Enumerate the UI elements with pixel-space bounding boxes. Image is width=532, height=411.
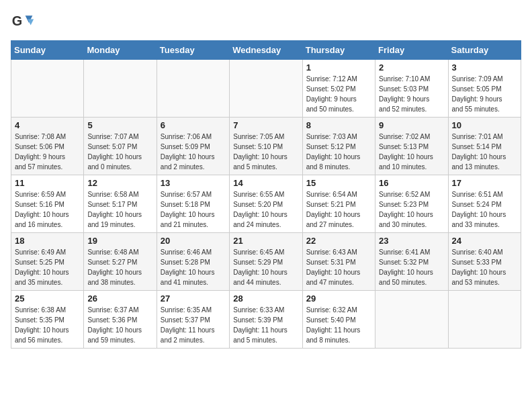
logo-icon: G [11,11,35,35]
calendar-cell: 27Sunrise: 6:35 AM Sunset: 5:37 PM Dayli… [157,291,229,349]
day-info: Sunrise: 7:07 AM Sunset: 5:07 PM Dayligh… [87,132,152,172]
day-number: 12 [87,178,152,188]
day-number: 14 [233,178,298,188]
day-info: Sunrise: 7:01 AM Sunset: 5:14 PM Dayligh… [452,132,517,172]
calendar-week-3: 11Sunrise: 6:59 AM Sunset: 5:16 PM Dayli… [11,175,521,233]
day-number: 21 [233,236,298,246]
day-number: 16 [379,178,444,188]
calendar-cell [157,60,229,118]
calendar-cell: 23Sunrise: 6:41 AM Sunset: 5:32 PM Dayli… [375,233,448,291]
calendar-week-1: 1Sunrise: 7:12 AM Sunset: 5:02 PM Daylig… [11,60,521,118]
day-info: Sunrise: 7:09 AM Sunset: 5:05 PM Dayligh… [452,74,517,114]
day-number: 17 [452,178,517,188]
day-header-friday: Friday [375,41,448,60]
day-info: Sunrise: 7:08 AM Sunset: 5:06 PM Dayligh… [15,132,80,172]
day-number: 7 [233,120,298,130]
day-info: Sunrise: 7:06 AM Sunset: 5:09 PM Dayligh… [161,132,226,172]
day-info: Sunrise: 7:05 AM Sunset: 5:10 PM Dayligh… [233,132,298,172]
day-info: Sunrise: 6:52 AM Sunset: 5:23 PM Dayligh… [379,189,444,230]
day-header-monday: Monday [84,41,157,60]
day-number: 24 [452,236,517,246]
calendar-cell: 4Sunrise: 7:08 AM Sunset: 5:06 PM Daylig… [11,118,84,175]
day-header-thursday: Thursday [302,41,375,60]
calendar-week-2: 4Sunrise: 7:08 AM Sunset: 5:06 PM Daylig… [11,118,521,175]
day-number: 11 [15,178,80,188]
day-number: 19 [87,236,152,246]
calendar-cell [11,60,84,118]
day-number: 2 [379,62,444,73]
calendar-cell: 5Sunrise: 7:07 AM Sunset: 5:07 PM Daylig… [84,118,157,175]
day-info: Sunrise: 6:48 AM Sunset: 5:27 PM Dayligh… [87,247,152,287]
day-number: 27 [161,293,226,304]
calendar-cell: 1Sunrise: 7:12 AM Sunset: 5:02 PM Daylig… [302,60,375,118]
page-header: G [11,11,521,35]
day-number: 4 [15,120,80,130]
calendar-cell: 7Sunrise: 7:05 AM Sunset: 5:10 PM Daylig… [230,118,302,175]
day-info: Sunrise: 6:33 AM Sunset: 5:39 PM Dayligh… [233,305,298,345]
day-header-tuesday: Tuesday [157,41,229,60]
calendar-cell: 15Sunrise: 6:54 AM Sunset: 5:21 PM Dayli… [302,175,375,233]
day-number: 13 [161,178,226,188]
day-info: Sunrise: 6:49 AM Sunset: 5:25 PM Dayligh… [15,247,80,287]
calendar-cell [230,60,302,118]
day-number: 5 [87,120,152,130]
calendar-cell: 24Sunrise: 6:40 AM Sunset: 5:33 PM Dayli… [448,233,521,291]
day-number: 25 [15,293,80,304]
calendar-cell: 10Sunrise: 7:01 AM Sunset: 5:14 PM Dayli… [448,118,521,175]
svg-text:G: G [12,13,22,28]
calendar-cell: 25Sunrise: 6:38 AM Sunset: 5:35 PM Dayli… [11,291,84,349]
day-number: 3 [452,62,517,73]
calendar-cell: 3Sunrise: 7:09 AM Sunset: 5:05 PM Daylig… [448,60,521,118]
day-info: Sunrise: 6:57 AM Sunset: 5:18 PM Dayligh… [161,189,226,230]
calendar-header-row: SundayMondayTuesdayWednesdayThursdayFrid… [11,41,521,60]
day-info: Sunrise: 7:03 AM Sunset: 5:12 PM Dayligh… [306,132,371,172]
calendar-cell [448,291,521,349]
day-number: 23 [379,236,444,246]
day-info: Sunrise: 6:54 AM Sunset: 5:21 PM Dayligh… [306,189,371,230]
day-number: 20 [161,236,226,246]
day-number: 6 [161,120,226,130]
day-header-sunday: Sunday [11,41,84,60]
day-number: 15 [306,178,371,188]
calendar-cell: 11Sunrise: 6:59 AM Sunset: 5:16 PM Dayli… [11,175,84,233]
calendar-cell: 28Sunrise: 6:33 AM Sunset: 5:39 PM Dayli… [230,291,302,349]
calendar-cell: 20Sunrise: 6:46 AM Sunset: 5:28 PM Dayli… [157,233,229,291]
day-info: Sunrise: 6:51 AM Sunset: 5:24 PM Dayligh… [452,189,517,230]
day-info: Sunrise: 6:58 AM Sunset: 5:17 PM Dayligh… [87,189,152,230]
calendar-cell: 21Sunrise: 6:45 AM Sunset: 5:29 PM Dayli… [230,233,302,291]
day-info: Sunrise: 6:40 AM Sunset: 5:33 PM Dayligh… [452,247,517,287]
day-info: Sunrise: 6:41 AM Sunset: 5:32 PM Dayligh… [379,247,444,287]
day-number: 26 [87,293,152,304]
calendar-cell [84,60,157,118]
calendar-table: SundayMondayTuesdayWednesdayThursdayFrid… [11,40,521,349]
day-number: 9 [379,120,444,130]
calendar-cell: 13Sunrise: 6:57 AM Sunset: 5:18 PM Dayli… [157,175,229,233]
calendar-cell: 26Sunrise: 6:37 AM Sunset: 5:36 PM Dayli… [84,291,157,349]
calendar-cell: 9Sunrise: 7:02 AM Sunset: 5:13 PM Daylig… [375,118,448,175]
day-number: 18 [15,236,80,246]
calendar-cell: 17Sunrise: 6:51 AM Sunset: 5:24 PM Dayli… [448,175,521,233]
day-number: 29 [306,293,371,304]
day-info: Sunrise: 7:10 AM Sunset: 5:03 PM Dayligh… [379,74,444,114]
calendar-cell: 18Sunrise: 6:49 AM Sunset: 5:25 PM Dayli… [11,233,84,291]
day-number: 8 [306,120,371,130]
day-info: Sunrise: 6:45 AM Sunset: 5:29 PM Dayligh… [233,247,298,287]
calendar-cell: 22Sunrise: 6:43 AM Sunset: 5:31 PM Dayli… [302,233,375,291]
calendar-cell [375,291,448,349]
day-number: 28 [233,293,298,304]
logo: G [11,11,38,35]
day-number: 10 [452,120,517,130]
calendar-cell: 16Sunrise: 6:52 AM Sunset: 5:23 PM Dayli… [375,175,448,233]
calendar-week-5: 25Sunrise: 6:38 AM Sunset: 5:35 PM Dayli… [11,291,521,349]
calendar-cell: 6Sunrise: 7:06 AM Sunset: 5:09 PM Daylig… [157,118,229,175]
day-info: Sunrise: 6:32 AM Sunset: 5:40 PM Dayligh… [306,305,371,345]
day-number: 22 [306,236,371,246]
day-info: Sunrise: 6:59 AM Sunset: 5:16 PM Dayligh… [15,189,80,230]
day-info: Sunrise: 6:37 AM Sunset: 5:36 PM Dayligh… [87,305,152,345]
day-info: Sunrise: 7:02 AM Sunset: 5:13 PM Dayligh… [379,132,444,172]
calendar-cell: 19Sunrise: 6:48 AM Sunset: 5:27 PM Dayli… [84,233,157,291]
day-header-saturday: Saturday [448,41,521,60]
day-info: Sunrise: 6:43 AM Sunset: 5:31 PM Dayligh… [306,247,371,287]
day-info: Sunrise: 6:35 AM Sunset: 5:37 PM Dayligh… [161,305,226,345]
day-info: Sunrise: 7:12 AM Sunset: 5:02 PM Dayligh… [306,74,371,114]
